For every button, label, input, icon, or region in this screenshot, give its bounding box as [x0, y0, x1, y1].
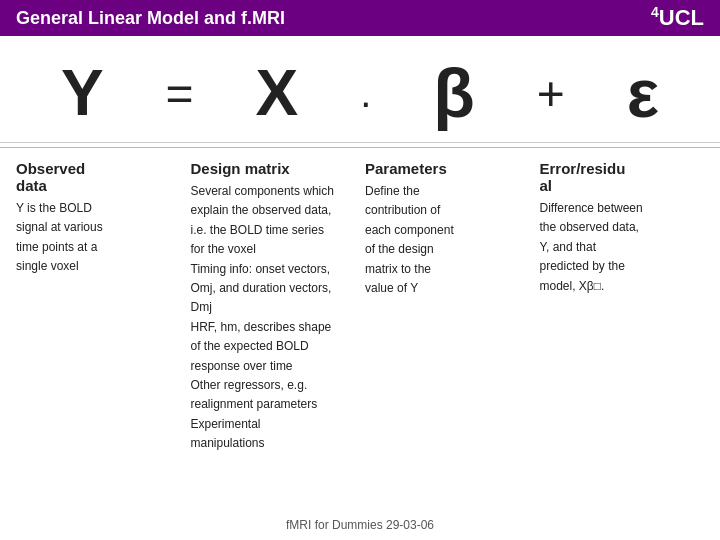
design-line-11: Other regressors, e.g.: [191, 377, 346, 394]
params-line-5: matrix to the: [365, 261, 520, 278]
col-observed-header: Observeddata: [16, 160, 171, 194]
col-parameters-header: Parameters: [365, 160, 520, 177]
error-line-5: model, Xβ□.: [540, 278, 695, 295]
page-title: General Linear Model and f.MRI: [16, 8, 285, 29]
design-line-1: Several components which: [191, 183, 346, 200]
observed-line-2: signal at various: [16, 219, 171, 236]
design-line-14: manipulations: [191, 435, 346, 452]
eq-equals: =: [166, 66, 194, 121]
logo-sup: 4: [651, 4, 659, 20]
design-line-5: Timing info: onset vectors,: [191, 261, 346, 278]
design-line-3: i.e. the BOLD time series: [191, 222, 346, 239]
col-parameters-body: Define the contribution of each componen…: [365, 183, 520, 297]
error-line-2: the observed data,: [540, 219, 695, 236]
equation-row: Y = X . β + ε: [0, 36, 720, 143]
ucl-logo: 4UCL: [651, 4, 704, 31]
page-header: General Linear Model and f.MRI 4UCL: [0, 0, 720, 36]
design-line-6: Omj, and duration vectors,: [191, 280, 346, 297]
eq-plus: +: [537, 66, 565, 121]
eq-beta: β: [433, 54, 475, 132]
params-line-6: value of Y: [365, 280, 520, 297]
design-line-13: Experimental: [191, 416, 346, 433]
col-error: Error/residual Difference between the ob…: [530, 160, 705, 454]
page-footer: fMRI for Dummies 29-03-06: [0, 518, 720, 532]
columns-container: Observeddata Y is the BOLD signal at var…: [0, 148, 720, 454]
col-design: Design matrix Several components which e…: [181, 160, 356, 454]
footer-text: fMRI for Dummies 29-03-06: [286, 518, 434, 532]
col-observed: Observeddata Y is the BOLD signal at var…: [16, 160, 181, 454]
error-line-4: predicted by the: [540, 258, 695, 275]
params-line-2: contribution of: [365, 202, 520, 219]
design-line-7: Dmj: [191, 299, 346, 316]
col-error-body: Difference between the observed data, Y,…: [540, 200, 695, 295]
observed-line-3: time points at a: [16, 239, 171, 256]
col-design-header: Design matrix: [191, 160, 346, 177]
params-line-3: each component: [365, 222, 520, 239]
design-line-10: response over time: [191, 358, 346, 375]
observed-line-4: single voxel: [16, 258, 171, 275]
col-parameters: Parameters Define the contribution of ea…: [355, 160, 530, 454]
params-line-1: Define the: [365, 183, 520, 200]
design-line-12: realignment parameters: [191, 396, 346, 413]
error-line-1: Difference between: [540, 200, 695, 217]
col-error-header: Error/residual: [540, 160, 695, 194]
design-line-4: for the voxel: [191, 241, 346, 258]
eq-Y: Y: [61, 56, 104, 130]
design-line-2: explain the observed data,: [191, 202, 346, 219]
params-line-4: of the design: [365, 241, 520, 258]
design-line-8: HRF, hm, describes shape: [191, 319, 346, 336]
col-observed-body: Y is the BOLD signal at various time poi…: [16, 200, 171, 276]
observed-line-1: Y is the BOLD: [16, 200, 171, 217]
eq-dot: .: [360, 71, 371, 116]
eq-X: X: [256, 56, 299, 130]
design-line-9: of the expected BOLD: [191, 338, 346, 355]
eq-epsilon: ε: [627, 54, 659, 132]
error-line-3: Y, and that: [540, 239, 695, 256]
col-design-body: Several components which explain the obs…: [191, 183, 346, 452]
